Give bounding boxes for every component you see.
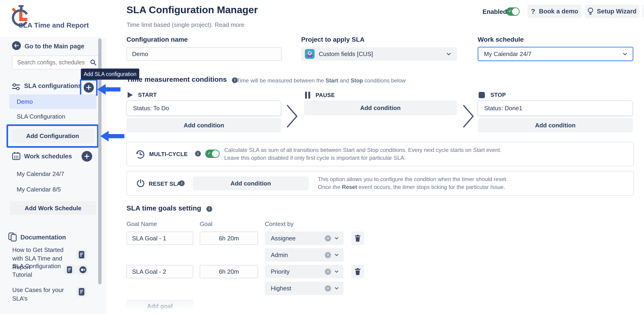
reset-sla-description: This option allows you to configure the … — [318, 175, 508, 191]
setup-wizard-button[interactable]: Setup Wizard — [585, 5, 639, 18]
context-value: Assignee — [271, 235, 296, 242]
doc-article-icon[interactable] — [76, 250, 87, 260]
goal-time-value: 6h 20m — [219, 268, 239, 275]
add-work-schedule-button[interactable]: Add Work Schedule — [10, 202, 96, 215]
multi-cycle-label: MULTI-CYCLE — [149, 151, 188, 158]
context-by-column-label: Context by — [265, 220, 294, 228]
context-select[interactable]: Assignee ✕ — [265, 232, 344, 245]
start-label: START — [138, 92, 157, 98]
multi-cycle-toggle[interactable]: ✓ — [205, 150, 220, 158]
lightbulb-icon — [588, 8, 593, 15]
context-select[interactable]: Priority ✕ — [265, 265, 344, 278]
start-condition-card[interactable]: Status: To Do — [126, 100, 281, 116]
enabled-label: Enabled — [482, 8, 507, 16]
add-work-schedule-plus-icon[interactable] — [82, 151, 92, 162]
stop-label: STOP — [490, 92, 506, 98]
reset-add-condition-button[interactable]: Add condition — [193, 176, 308, 190]
setup-wizard-label: Setup Wizard — [597, 8, 636, 15]
sidebar-item-demo-selected[interactable]: Demo — [9, 94, 96, 109]
goal-name-input[interactable]: SLA Goal - 2 — [126, 265, 193, 278]
goal-time-input[interactable]: 6h 20m — [200, 265, 258, 278]
project-select[interactable]: Custom fields [CUS] — [301, 47, 457, 61]
read-more-link[interactable]: Read more — [215, 21, 245, 28]
sla-time-goals-title-text: SLA time goals setting — [126, 204, 201, 212]
config-item-label: Demo — [17, 98, 33, 105]
context-select[interactable]: Highest ✕ — [265, 282, 344, 295]
stop-add-condition-button[interactable]: Add condition — [478, 118, 633, 132]
add-configuration-highlight: Add Configuration — [6, 124, 99, 148]
context-value: Highest — [271, 285, 291, 292]
doc-link-use-cases[interactable]: Use Cases for your SLA’s — [12, 286, 68, 303]
context-select[interactable]: Admin ✕ — [265, 248, 344, 262]
clear-icon[interactable]: ✕ — [325, 252, 331, 258]
sla-configurations-icon — [12, 83, 21, 90]
multi-cycle-description: Calculate SLA as sum of all transitions … — [224, 146, 502, 162]
time-measurement-title-text: Time measurement conditions — [126, 76, 227, 83]
info-icon[interactable]: i — [206, 206, 212, 212]
info-icon[interactable]: i — [179, 180, 185, 186]
clear-icon[interactable]: ✕ — [325, 235, 331, 242]
go-to-main-page-link[interactable]: Go to the Main page — [24, 43, 84, 50]
stop-condition-card[interactable]: Status: Done1 — [478, 100, 633, 116]
doc-link-configuration-tutorial[interactable]: SLA Configuration Tutorial — [12, 262, 66, 279]
add-sla-configuration-plus-icon[interactable] — [84, 82, 94, 93]
video-icon[interactable] — [78, 265, 88, 275]
goal-name-input[interactable]: SLA Goal - 1 — [126, 232, 193, 245]
work-schedules-section-label: Work schedules — [24, 153, 72, 160]
sidebar-item-calendar-85[interactable]: My Calendar 8/5 — [17, 186, 61, 193]
play-icon — [128, 92, 133, 98]
enabled-toggle[interactable]: ✓ — [506, 8, 520, 16]
calendar-icon — [12, 152, 20, 160]
project-avatar-icon — [305, 49, 314, 59]
chevron-down-icon — [335, 237, 338, 240]
reset-sla-label: RESET SLA — [149, 180, 181, 187]
delete-goal-button[interactable] — [352, 265, 364, 278]
doc-article-icon[interactable] — [64, 265, 74, 275]
documentation-section-label: Documentation — [20, 234, 66, 241]
delete-goal-button[interactable] — [352, 232, 364, 245]
add-goal-button[interactable]: Add goal — [126, 300, 193, 312]
book-a-demo-button[interactable]: ? Book a demo — [528, 5, 582, 18]
multi-cycle-card: MULTI-CYCLE i ✓ Calculate SLA as sum of … — [126, 142, 634, 166]
chevron-down-icon — [335, 270, 338, 273]
configuration-name-input[interactable]: Demo — [126, 47, 282, 61]
goal-name-column-label: Goal Name — [126, 220, 157, 228]
doc-article-icon[interactable] — [76, 287, 87, 297]
info-icon[interactable]: i — [195, 151, 201, 156]
partially-visible-button[interactable] — [642, 5, 644, 18]
work-schedule-select[interactable]: My Calendar 24/7 — [478, 47, 633, 61]
start-add-condition-button[interactable]: Add condition — [126, 118, 281, 132]
doc-tutorial-icons — [64, 265, 88, 275]
goal-time-input[interactable]: 6h 20m — [200, 232, 258, 245]
check-icon: ✓ — [508, 8, 512, 14]
sidebar-item-sla-configuration[interactable]: SLA Configuration — [17, 113, 65, 120]
search-input[interactable] — [17, 56, 87, 68]
add-configuration-button[interactable]: Add Configuration — [11, 129, 94, 143]
stop-icon — [478, 92, 485, 98]
search-icon[interactable] — [90, 59, 96, 66]
work-schedule-label: Work schedule — [478, 36, 524, 43]
pause-add-condition-button[interactable]: Add condition — [304, 100, 457, 115]
pause-icon — [305, 92, 310, 99]
sidebar-item-calendar-247[interactable]: My Calendar 24/7 — [17, 170, 64, 178]
chevron-down-icon — [623, 53, 627, 55]
time-measurement-hint: Time will be measured between the Start … — [237, 77, 406, 84]
check-icon: ✓ — [207, 150, 211, 156]
time-measurement-title: Time measurement conditions i — [126, 76, 238, 84]
goal-column-label: Goal — [200, 220, 212, 228]
configuration-name-value: Demo — [132, 50, 148, 58]
divider — [76, 266, 76, 274]
clear-icon[interactable]: ✕ — [325, 268, 331, 275]
project-selected-value: Custom fields [CUS] — [319, 50, 373, 58]
sla-configurations-section-label: SLA configurations — [24, 82, 82, 90]
chevron-down-icon — [335, 254, 338, 256]
add-sla-configuration-button-highlight — [80, 79, 98, 96]
stop-condition-value: Status: Done1 — [484, 105, 522, 112]
clear-icon[interactable]: ✕ — [325, 285, 331, 292]
subtitle-text: Time limit based (single project). — [126, 21, 215, 28]
reset-sla-card: RESET SLA i Add condition This option al… — [126, 171, 634, 196]
book-a-demo-label: Book a demo — [539, 8, 578, 15]
coach-arrow-to-add-configuration — [100, 131, 125, 142]
coach-arrow-to-plus-icon — [97, 84, 121, 95]
back-arrow-icon[interactable] — [12, 41, 21, 50]
